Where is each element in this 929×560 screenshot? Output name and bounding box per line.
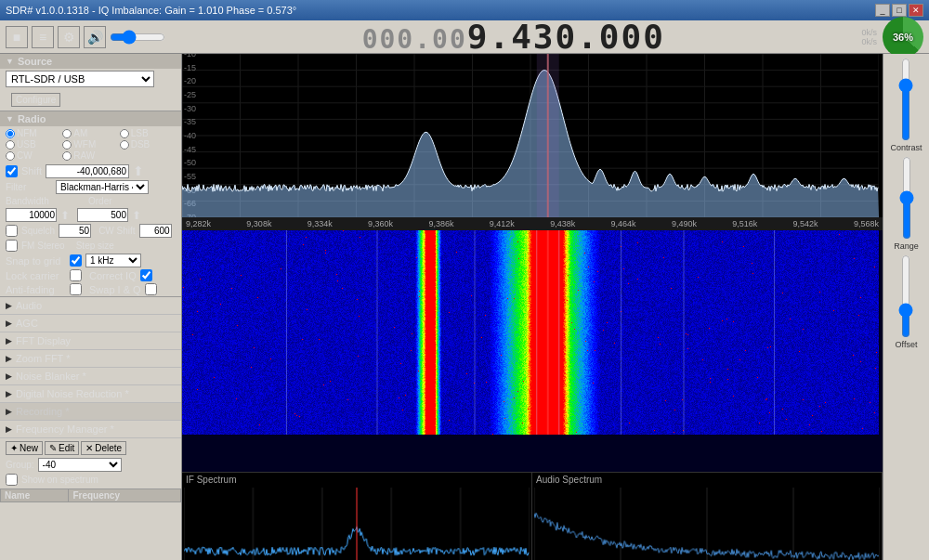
dnr-item[interactable]: ▶ Digital Noise Reduction * bbox=[0, 385, 181, 403]
antifading-label: Anti-fading bbox=[6, 284, 66, 295]
audio-item[interactable]: ▶ Audio bbox=[0, 297, 181, 315]
if-spectrum-panel: IF Spectrum 9,423k 9,426k 9,429k 9,432k … bbox=[182, 473, 532, 560]
dsb-option[interactable]: DSB bbox=[120, 139, 176, 150]
freq-main: 9.430.000 bbox=[467, 18, 665, 56]
close-button[interactable]: ✕ bbox=[909, 4, 923, 17]
offset-slider[interactable] bbox=[896, 254, 915, 338]
edit-freq-button[interactable]: ✎ Edit bbox=[45, 441, 79, 455]
cw-option[interactable]: CW bbox=[6, 150, 61, 161]
charts-column: 9,282k 9,308k 9,334k 9,360k 9,386k 9,412… bbox=[182, 54, 883, 560]
snaptogrid-checkbox[interactable] bbox=[70, 254, 82, 267]
volume-slider[interactable] bbox=[110, 30, 165, 45]
order-label: Order bbox=[88, 196, 112, 206]
agc-arrow: ▶ bbox=[6, 319, 12, 328]
am-option[interactable]: AM bbox=[62, 128, 118, 138]
frequency-table: Name Frequency bbox=[0, 488, 181, 502]
restore-button[interactable]: □ bbox=[892, 4, 907, 17]
shift-row: Shift ⬆ bbox=[0, 163, 181, 179]
rate-display: 0k/s 0k/s bbox=[861, 28, 877, 46]
freqmgr-label: Frequency Manager * bbox=[16, 423, 114, 435]
correctiq-checkbox[interactable] bbox=[140, 269, 152, 281]
radio-arrow: ▼ bbox=[6, 114, 14, 124]
noiseblanker-arrow: ▶ bbox=[6, 371, 12, 381]
toolbar: ■ ≡ ⚙ 🔊 000.009.430.000 0k/s 0k/s 36% bbox=[0, 20, 929, 54]
configure-button[interactable]: Configure bbox=[11, 93, 60, 107]
menu-button[interactable]: ≡ bbox=[32, 26, 54, 48]
show-spectrum-row: Show on spectrum bbox=[6, 474, 176, 486]
edit-label: Edit bbox=[59, 443, 74, 453]
show-spectrum-label: Show on spectrum bbox=[21, 475, 98, 485]
shift-checkbox[interactable] bbox=[6, 165, 18, 177]
antifading-checkbox[interactable] bbox=[70, 283, 82, 295]
fmstereo-checkbox[interactable] bbox=[6, 240, 18, 252]
name-column-header: Name bbox=[1, 489, 69, 502]
freq-1: 9,308k bbox=[246, 219, 271, 228]
radio-header[interactable]: ▼ Radio bbox=[0, 111, 181, 126]
snap-select[interactable]: 1 kHz bbox=[85, 254, 141, 267]
ok2-text: 0k/s bbox=[861, 37, 877, 46]
filter-select[interactable]: Blackman-Harris 4 bbox=[56, 180, 149, 194]
waterfall-display bbox=[182, 230, 883, 472]
stop-button[interactable]: ■ bbox=[6, 26, 28, 48]
freq-5: 9,412k bbox=[490, 219, 515, 228]
audio-icon: 🔊 bbox=[87, 30, 103, 45]
if-spectrum-title: IF Spectrum bbox=[186, 475, 236, 485]
swapiq-checkbox[interactable] bbox=[145, 283, 157, 295]
shift-input[interactable] bbox=[46, 164, 129, 178]
freq-leading: 000.00 bbox=[362, 24, 467, 55]
wfm-option[interactable]: WFM bbox=[62, 139, 118, 150]
usb-option[interactable]: USB bbox=[6, 139, 61, 150]
source-row: RTL-SDR / USB bbox=[0, 69, 181, 89]
zoom-fft-item[interactable]: ▶ Zoom FFT * bbox=[0, 350, 181, 368]
range-slider[interactable] bbox=[897, 156, 916, 240]
lsb-option[interactable]: LSB bbox=[120, 128, 176, 138]
minimize-button[interactable]: _ bbox=[875, 4, 890, 17]
source-select[interactable]: RTL-SDR / USB bbox=[6, 71, 154, 87]
source-label: Source bbox=[18, 56, 52, 67]
noise-blanker-item[interactable]: ▶ Noise Blanker * bbox=[0, 368, 181, 385]
raw-option[interactable]: RAW bbox=[62, 150, 118, 161]
source-header[interactable]: ▼ Source bbox=[0, 54, 181, 69]
menu-icon: ≡ bbox=[39, 30, 46, 45]
agc-item[interactable]: ▶ AGC bbox=[0, 315, 181, 332]
cpu-indicator: 36% bbox=[883, 17, 923, 58]
cwshift-input[interactable] bbox=[139, 224, 172, 238]
contrast-slider[interactable] bbox=[896, 58, 915, 141]
freq-manager-buttons: ✦ New ✎ Edit ✕ Delete bbox=[6, 441, 176, 455]
show-spectrum-checkbox[interactable] bbox=[6, 474, 18, 486]
waterfall-canvas bbox=[182, 230, 879, 435]
order-spinner[interactable]: ⬆ bbox=[132, 209, 141, 222]
snaptogrid-label: Snap to grid bbox=[6, 255, 66, 267]
settings-button[interactable]: ⚙ bbox=[58, 26, 80, 48]
fmstereo-row: FM Stereo Step size bbox=[0, 239, 181, 253]
cwshift-label: CW Shift bbox=[98, 226, 135, 236]
freq-group-row: Group: -40 bbox=[6, 458, 176, 472]
squelch-checkbox[interactable] bbox=[6, 225, 18, 237]
recording-arrow: ▶ bbox=[6, 407, 12, 416]
freq-3: 9,360k bbox=[368, 219, 393, 228]
squelch-row: Squelch CW Shift bbox=[0, 223, 181, 239]
filter-row: Filter Blackman-Harris 4 bbox=[0, 179, 181, 195]
squelch-label: Squelch bbox=[21, 226, 55, 236]
bw-spinner[interactable]: ⬆ bbox=[60, 209, 70, 222]
audio-arrow: ▶ bbox=[6, 301, 12, 310]
nfm-option[interactable]: NFM bbox=[6, 128, 61, 138]
snaptogrid-row: Snap to grid 1 kHz bbox=[0, 253, 181, 268]
lockcarrier-checkbox[interactable] bbox=[70, 269, 82, 281]
fmstereo-label: FM Stereo bbox=[21, 241, 65, 251]
order-input[interactable] bbox=[77, 208, 128, 222]
new-freq-button[interactable]: ✦ New bbox=[6, 441, 43, 455]
recording-item[interactable]: ▶ Recording * bbox=[0, 403, 181, 421]
fft-display-item[interactable]: ▶ FFT Display bbox=[0, 332, 181, 350]
bandwidth-input[interactable] bbox=[6, 208, 57, 222]
shift-spinner[interactable]: ⬆ bbox=[133, 163, 144, 178]
audio-button[interactable]: 🔊 bbox=[84, 26, 106, 48]
group-select[interactable]: -40 bbox=[38, 458, 122, 472]
delete-freq-button[interactable]: ✕ Delete bbox=[81, 441, 126, 455]
freq-9: 9,516k bbox=[732, 219, 757, 228]
antifading-row: Anti-fading Swap I & Q bbox=[0, 282, 181, 296]
window-controls: _ □ ✕ bbox=[875, 4, 923, 17]
squelch-input[interactable] bbox=[59, 224, 91, 238]
recording-label: Recording * bbox=[16, 406, 69, 417]
freq-manager-item[interactable]: ▶ Frequency Manager * bbox=[0, 421, 181, 438]
